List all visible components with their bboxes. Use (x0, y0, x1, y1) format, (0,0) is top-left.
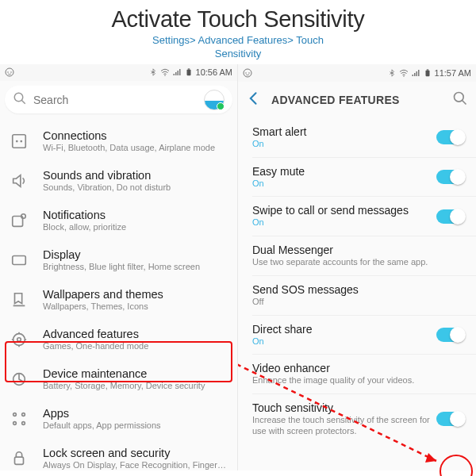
row-text: DisplayBrightness, Blue light filter, Ho… (43, 248, 226, 271)
avatar[interactable] (204, 90, 225, 110)
row-sub: Default apps, App permissions (43, 420, 226, 430)
settings-row[interactable]: Device maintenanceBattery, Storage, Memo… (0, 359, 237, 399)
signal-icon (172, 67, 182, 77)
svg-point-15 (17, 338, 21, 342)
settings-row[interactable]: Sounds and vibrationSounds, Vibration, D… (0, 161, 237, 201)
feature-row[interactable]: Touch sensitivityIncrease the touch sens… (238, 394, 476, 444)
svg-point-18 (22, 413, 25, 416)
settings-row[interactable]: Lock screen and securityAlways On Displa… (0, 439, 237, 470)
toggle-switch[interactable] (436, 209, 465, 224)
settings-row[interactable]: AppsDefault apps, App permissions (0, 399, 237, 439)
svg-point-22 (244, 69, 251, 77)
row-text: Lock screen and securityAlways On Displa… (43, 447, 226, 470)
page-title: Activate Touch Sensitivity (0, 6, 476, 33)
signal-icon (411, 68, 420, 78)
row-title: Easy mute (252, 165, 430, 178)
svg-point-3 (164, 75, 166, 77)
settings-row[interactable]: NotificationsBlock, allow, prioritize (0, 201, 237, 240)
svg-marker-31 (425, 453, 436, 463)
svg-rect-8 (13, 135, 26, 148)
svg-point-19 (13, 422, 17, 425)
svg-point-28 (455, 92, 464, 102)
feature-row[interactable]: Dual MessengerUse two separate accounts … (238, 236, 476, 275)
circle-annotation (440, 455, 473, 476)
row-text: Wallpapers and themesWallpapers, Themes,… (43, 288, 226, 311)
settings-list: ConnectionsWi-Fi, Bluetooth, Data usage,… (0, 118, 237, 470)
status-time: 10:56 AM (196, 67, 232, 77)
feature-row[interactable]: Easy muteOn (238, 158, 476, 197)
svg-point-9 (16, 140, 18, 143)
toggle-switch[interactable] (436, 170, 465, 184)
row-sub: Always On Display, Face Recognition, Fin… (43, 460, 226, 470)
status-bar: 10:56 AM (0, 64, 237, 81)
toggle-switch[interactable] (436, 328, 465, 342)
row-sub: Wallpapers, Themes, Icons (43, 301, 226, 311)
row-text: NotificationsBlock, allow, prioritize (43, 209, 226, 232)
phone-left: 10:56 AM ConnectionsWi-Fi, Bluetooth, Da… (0, 64, 238, 470)
settings-row[interactable]: ConnectionsWi-Fi, Bluetooth, Data usage,… (0, 121, 237, 161)
row-icon (10, 330, 29, 349)
row-icon (10, 132, 29, 151)
row-text: Advanced featuresGames, One-handed mode (43, 328, 226, 351)
row-title: Connections (43, 129, 226, 142)
svg-point-6 (14, 93, 23, 102)
row-title: Wallpapers and themes (43, 288, 226, 301)
row-title: Video enhancer (252, 362, 459, 374)
row-text: ConnectionsWi-Fi, Bluetooth, Data usage,… (43, 129, 226, 152)
reddit-icon (5, 67, 14, 77)
row-title: Lock screen and security (43, 447, 226, 459)
row-title: Dual Messenger (252, 244, 459, 256)
wifi-icon (399, 68, 409, 78)
settings-row[interactable]: DisplayBrightness, Blue light filter, Ho… (0, 240, 237, 280)
search-bar[interactable] (5, 86, 232, 113)
bluetooth-icon (387, 68, 397, 78)
search-input[interactable] (33, 94, 204, 106)
svg-rect-13 (13, 255, 26, 264)
row-sub: Wi-Fi, Bluetooth, Data usage, Airplane m… (43, 143, 226, 152)
app-bar: ADVANCED FEATURES (238, 82, 476, 118)
row-sub: Sounds, Vibration, Do not disturb (43, 182, 226, 192)
svg-point-17 (13, 413, 17, 416)
row-title: Sounds and vibration (43, 169, 226, 182)
row-text: Direct shareOn (252, 323, 436, 347)
search-button[interactable] (452, 90, 468, 109)
svg-rect-21 (15, 457, 24, 464)
svg-rect-4 (186, 70, 190, 76)
feature-row[interactable]: Swipe to call or send messagesOn (238, 197, 476, 236)
svg-point-23 (245, 72, 247, 74)
row-title: Send SOS messages (252, 283, 459, 296)
svg-rect-27 (426, 69, 428, 70)
bluetooth-icon (148, 67, 158, 77)
row-text: Touch sensitivityIncrease the touch sens… (252, 401, 436, 437)
row-icon (10, 290, 29, 309)
feature-row[interactable]: Direct shareOn (238, 316, 476, 355)
row-title: Smart alert (252, 125, 430, 138)
svg-rect-26 (425, 70, 429, 76)
page-header: Activate Touch Sensitivity Settings> Adv… (0, 0, 476, 64)
battery-icon (184, 67, 194, 77)
row-icon (10, 171, 29, 190)
svg-point-0 (6, 68, 13, 76)
row-text: AppsDefault apps, App permissions (43, 407, 226, 430)
row-icon (10, 370, 29, 389)
settings-row[interactable]: Wallpapers and themesWallpapers, Themes,… (0, 280, 237, 320)
feature-row[interactable]: Send SOS messagesOff (238, 276, 476, 315)
feature-row[interactable]: Smart alertOn (238, 118, 476, 157)
row-sub: On (252, 217, 430, 228)
svg-line-7 (21, 100, 25, 104)
row-text: Device maintenanceBattery, Storage, Memo… (43, 367, 226, 390)
settings-row[interactable]: Advanced featuresGames, One-handed mode (0, 320, 237, 359)
svg-point-1 (7, 72, 9, 74)
svg-point-10 (20, 140, 22, 143)
battery-icon (423, 68, 432, 78)
back-button[interactable] (246, 90, 262, 109)
wifi-icon (160, 67, 170, 77)
toggle-switch[interactable] (436, 412, 465, 426)
row-sub: On (252, 139, 430, 150)
row-sub: Off (252, 297, 459, 308)
row-text: Dual MessengerUse two separate accounts … (252, 244, 465, 268)
toggle-switch[interactable] (436, 130, 465, 144)
row-icon (10, 251, 29, 270)
feature-row[interactable]: Video enhancerEnhance the image quality … (238, 355, 476, 393)
row-sub: On (252, 336, 430, 347)
